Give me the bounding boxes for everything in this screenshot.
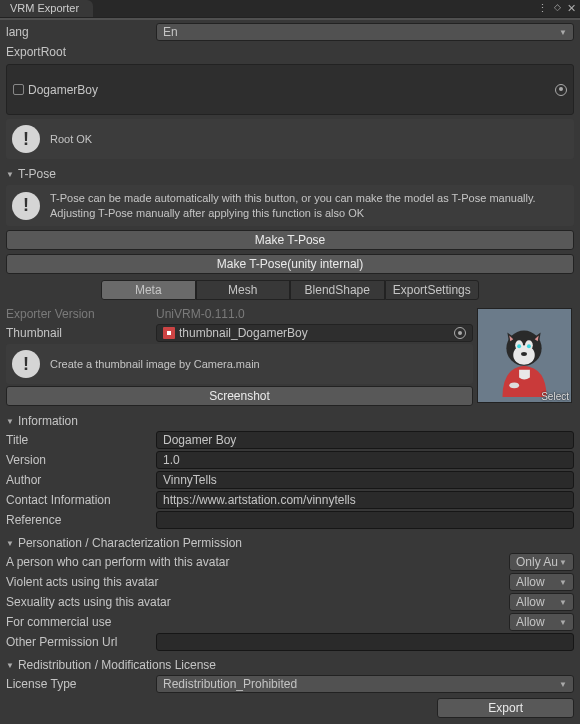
chevron-down-icon: ▼ bbox=[559, 28, 567, 37]
commercial-label: For commercial use bbox=[6, 615, 509, 629]
menu-icon[interactable]: ⋮ bbox=[537, 2, 548, 15]
lang-label: lang bbox=[6, 25, 156, 39]
chevron-down-icon: ▼ bbox=[6, 170, 14, 179]
info-icon: ! bbox=[12, 192, 40, 220]
perform-dropdown[interactable]: Only Au▼ bbox=[509, 553, 574, 571]
window-tab[interactable]: VRM Exporter bbox=[0, 0, 93, 17]
chevron-down-icon: ▼ bbox=[6, 417, 14, 426]
chevron-down-icon: ▼ bbox=[559, 598, 567, 607]
svg-point-8 bbox=[521, 352, 527, 356]
info-icon: ! bbox=[12, 350, 40, 378]
license-foldout[interactable]: ▼ Redistribution / Modifications License bbox=[2, 656, 578, 674]
title-input[interactable]: Dogamer Boy bbox=[156, 431, 574, 449]
chevron-down-icon: ▼ bbox=[6, 661, 14, 670]
tab-exportsettings[interactable]: ExportSettings bbox=[385, 280, 480, 300]
thumbnail-preview[interactable]: Select bbox=[477, 308, 572, 403]
information-foldout[interactable]: ▼ Information bbox=[2, 412, 578, 430]
author-label: Author bbox=[6, 473, 156, 487]
chevron-down-icon: ▼ bbox=[559, 558, 567, 567]
thumbnail-select-label: Select bbox=[541, 391, 569, 402]
otherurl-label: Other Permission Url bbox=[6, 635, 156, 649]
licensetype-dropdown[interactable]: Redistribution_Prohibited▼ bbox=[156, 675, 574, 693]
violent-label: Violent acts using this avatar bbox=[6, 575, 509, 589]
tab-meta[interactable]: Meta bbox=[101, 280, 196, 300]
violent-dropdown[interactable]: Allow▼ bbox=[509, 573, 574, 591]
tab-mesh[interactable]: Mesh bbox=[196, 280, 291, 300]
tpose-foldout[interactable]: ▼ T-Pose bbox=[2, 165, 578, 183]
reference-input[interactable] bbox=[156, 511, 574, 529]
contact-input[interactable]: https://www.artstation.com/vinnytells bbox=[156, 491, 574, 509]
info-icon: ! bbox=[12, 125, 40, 153]
otherurl-input[interactable] bbox=[156, 633, 574, 651]
gameobject-icon bbox=[13, 84, 24, 95]
tpose-hint: ! T-Pose can be made automatically with … bbox=[6, 185, 574, 226]
root-status-info: ! Root OK bbox=[6, 119, 574, 159]
svg-point-7 bbox=[527, 344, 531, 348]
close-icon[interactable]: ✕ bbox=[567, 2, 576, 15]
make-tpose-internal-button[interactable]: Make T-Pose(unity internal) bbox=[6, 254, 574, 274]
chevron-down-icon: ▼ bbox=[6, 539, 14, 548]
svg-point-1 bbox=[509, 382, 519, 388]
sexual-label: Sexuality acts using this avatar bbox=[6, 595, 509, 609]
thumbnail-label: Thumbnail bbox=[6, 326, 156, 340]
thumbnail-hint: ! Create a thumbnail image by Camera.mai… bbox=[6, 344, 473, 384]
tab-blendshape[interactable]: BlendShape bbox=[290, 280, 385, 300]
object-picker-icon[interactable] bbox=[555, 84, 567, 96]
make-tpose-button[interactable]: Make T-Pose bbox=[6, 230, 574, 250]
exportroot-field[interactable]: DogamerBoy bbox=[6, 64, 574, 115]
perform-label: A person who can perform with this avata… bbox=[6, 555, 509, 569]
exporter-version-label: Exporter Version bbox=[6, 307, 156, 321]
author-input[interactable]: VinnyTells bbox=[156, 471, 574, 489]
sexual-dropdown[interactable]: Allow▼ bbox=[509, 593, 574, 611]
version-input[interactable]: 1.0 bbox=[156, 451, 574, 469]
screenshot-button[interactable]: Screenshot bbox=[6, 386, 473, 406]
export-button[interactable]: Export bbox=[437, 698, 574, 718]
texture-icon bbox=[163, 327, 175, 339]
reference-label: Reference bbox=[6, 513, 156, 527]
svg-point-6 bbox=[517, 344, 521, 348]
permission-foldout[interactable]: ▼ Personation / Characterization Permiss… bbox=[2, 534, 578, 552]
object-picker-icon[interactable] bbox=[454, 327, 466, 339]
version-label: Version bbox=[6, 453, 156, 467]
contact-label: Contact Information bbox=[6, 493, 156, 507]
chevron-down-icon: ▼ bbox=[559, 578, 567, 587]
exporter-version-value: UniVRM-0.111.0 bbox=[156, 307, 245, 321]
exportroot-label: ExportRoot bbox=[6, 45, 66, 59]
avatar-thumbnail bbox=[478, 309, 571, 402]
commercial-dropdown[interactable]: Allow▼ bbox=[509, 613, 574, 631]
licensetype-label: License Type bbox=[6, 677, 156, 691]
lang-dropdown[interactable]: En ▼ bbox=[156, 23, 574, 41]
chevron-down-icon: ▼ bbox=[559, 680, 567, 689]
popout-icon[interactable]: ◇ bbox=[554, 2, 561, 15]
chevron-down-icon: ▼ bbox=[559, 618, 567, 627]
thumbnail-field[interactable]: thumbnail_DogamerBoy bbox=[156, 324, 473, 342]
title-label: Title bbox=[6, 433, 156, 447]
